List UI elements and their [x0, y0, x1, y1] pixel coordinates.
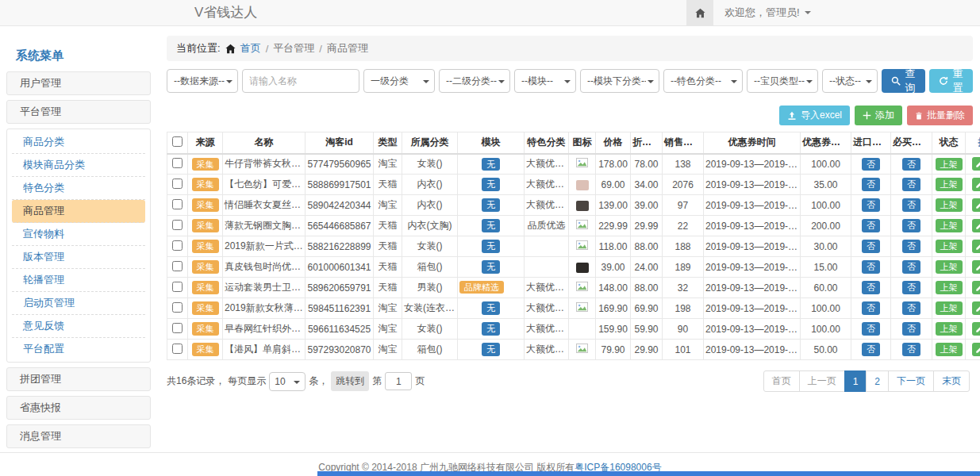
edit-button[interactable]: [972, 178, 980, 191]
product-type: 天猫: [374, 236, 402, 257]
status-toggle[interactable]: 上架: [936, 198, 963, 211]
sidebar-group-platform-management[interactable]: 平台管理: [6, 100, 151, 124]
pager-button-1[interactable]: 1: [844, 370, 867, 392]
import-select-toggle[interactable]: 否: [862, 260, 880, 273]
import-select-toggle[interactable]: 否: [862, 240, 880, 252]
edit-button[interactable]: [972, 281, 980, 294]
status-toggle[interactable]: 上架: [936, 343, 963, 355]
breadcrumb-home-link[interactable]: 首页: [240, 41, 261, 56]
filter-select-module-subcategory-wrap: --模块下分类--: [580, 69, 659, 93]
edit-button[interactable]: [972, 198, 980, 212]
row-checkbox[interactable]: [172, 199, 183, 209]
sidebar-group-2[interactable]: 消息管理: [6, 424, 151, 448]
filter-select-data-source[interactable]: --数据来源--: [167, 70, 237, 92]
jump-button[interactable]: 跳转到: [331, 371, 369, 391]
edit-button[interactable]: [972, 322, 980, 336]
must-buy-toggle[interactable]: 否: [902, 322, 920, 335]
add-button[interactable]: 添加: [855, 106, 902, 125]
source-badge: 采集: [192, 178, 219, 190]
filter-select-item-type[interactable]: --宝贝类型--: [747, 70, 817, 92]
import-select-toggle[interactable]: 否: [862, 219, 880, 232]
name-search-input[interactable]: [242, 69, 359, 93]
page-number-input[interactable]: [385, 372, 412, 390]
status-toggle[interactable]: 上架: [936, 219, 963, 232]
edit-button[interactable]: [972, 260, 980, 274]
status-toggle[interactable]: 上架: [936, 322, 963, 335]
sidebar-subitem-9[interactable]: 平台配置: [12, 338, 145, 360]
reset-button[interactable]: 重置: [929, 69, 973, 93]
sidebar-subitem-7[interactable]: 启动页管理: [12, 292, 145, 315]
row-checkbox[interactable]: [172, 158, 183, 168]
row-checkbox[interactable]: [172, 240, 183, 251]
pager-button-上一页[interactable]: 上一页: [799, 370, 845, 392]
import-excel-button[interactable]: 导入excel: [779, 106, 850, 125]
coupon-amount: 100.00: [801, 154, 851, 175]
filter-select-data-source-wrap: --数据来源--: [167, 69, 238, 93]
must-buy-toggle[interactable]: 否: [902, 198, 920, 211]
row-checkbox[interactable]: [172, 302, 183, 313]
sidebar-group-1[interactable]: 省惠快报: [6, 396, 151, 420]
status-toggle[interactable]: 上架: [936, 281, 963, 294]
must-buy-toggle[interactable]: 否: [902, 343, 920, 355]
pager-button-首页[interactable]: 首页: [763, 370, 800, 392]
sidebar-subitem-0[interactable]: 商品分类: [12, 131, 145, 154]
sidebar-subitem-8[interactable]: 意见反馈: [12, 315, 145, 338]
row-checkbox[interactable]: [172, 323, 183, 333]
pager-button-末页[interactable]: 末页: [933, 370, 970, 392]
must-buy-toggle[interactable]: 否: [902, 281, 920, 294]
import-select-toggle[interactable]: 否: [862, 322, 880, 335]
sidebar-group-user-management[interactable]: 用户管理: [6, 71, 151, 95]
must-buy-toggle[interactable]: 否: [902, 178, 920, 190]
import-select-toggle[interactable]: 否: [862, 158, 880, 171]
must-buy-toggle[interactable]: 否: [902, 260, 920, 273]
taoke-id: 577479560965: [306, 154, 374, 175]
import-select-toggle[interactable]: 否: [862, 301, 880, 314]
edit-button[interactable]: [972, 301, 980, 315]
filter-select-second-category[interactable]: --二级分类--: [440, 70, 509, 92]
sidebar-subitem-6[interactable]: 轮播管理: [12, 269, 145, 292]
row-checkbox[interactable]: [172, 178, 183, 189]
row-checkbox[interactable]: [172, 261, 183, 271]
status-toggle[interactable]: 上架: [936, 240, 963, 252]
price: 139.00: [596, 195, 631, 216]
edit-button[interactable]: [972, 157, 980, 171]
edit-button[interactable]: [972, 219, 980, 232]
status-toggle[interactable]: 上架: [936, 260, 963, 273]
import-select-toggle[interactable]: 否: [862, 343, 880, 355]
sidebar-subitem-2[interactable]: 特色分类: [12, 177, 145, 200]
row-checkbox[interactable]: [172, 344, 183, 354]
status-toggle[interactable]: 上架: [936, 301, 963, 314]
must-buy-toggle[interactable]: 否: [902, 219, 920, 232]
user-menu[interactable]: 欢迎您，管理员!: [713, 0, 822, 25]
sales-count: 22: [663, 216, 704, 236]
sidebar-group-0[interactable]: 拼团管理: [6, 367, 151, 391]
per-page-select[interactable]: 10: [270, 373, 305, 390]
query-button[interactable]: 查询: [882, 69, 925, 93]
edit-button[interactable]: [972, 240, 980, 253]
status-toggle[interactable]: 上架: [936, 178, 963, 190]
pager-button-2[interactable]: 2: [866, 370, 889, 392]
pager-button-下一页[interactable]: 下一页: [888, 370, 934, 392]
row-checkbox[interactable]: [172, 282, 183, 292]
sidebar-subitem-3[interactable]: 商品管理: [12, 200, 145, 223]
filter-select-status[interactable]: --状态--: [823, 70, 877, 92]
sidebar-subitem-4[interactable]: 宣传物料: [12, 223, 145, 246]
filter-select-module[interactable]: --模块--: [515, 70, 575, 92]
filter-select-module-subcategory[interactable]: --模块下分类--: [581, 70, 659, 92]
filter-select-first-category[interactable]: 一级分类: [364, 70, 434, 92]
edit-button[interactable]: [972, 343, 980, 356]
status-toggle[interactable]: 上架: [936, 158, 963, 171]
sidebar-subitem-5[interactable]: 版本管理: [12, 246, 145, 269]
import-select-toggle[interactable]: 否: [862, 178, 880, 190]
import-select-toggle[interactable]: 否: [862, 281, 880, 294]
must-buy-toggle[interactable]: 否: [902, 158, 920, 171]
sidebar-subitem-1[interactable]: 模块商品分类: [12, 154, 145, 177]
must-buy-toggle[interactable]: 否: [902, 301, 920, 314]
batch-delete-button[interactable]: 批量删除: [907, 106, 973, 125]
must-buy-toggle[interactable]: 否: [902, 240, 920, 252]
select-all-checkbox[interactable]: [172, 136, 183, 147]
row-checkbox[interactable]: [172, 220, 183, 230]
filter-select-feature-category[interactable]: --特色分类--: [664, 70, 742, 92]
import-select-toggle[interactable]: 否: [862, 198, 880, 211]
home-button[interactable]: [686, 0, 713, 25]
